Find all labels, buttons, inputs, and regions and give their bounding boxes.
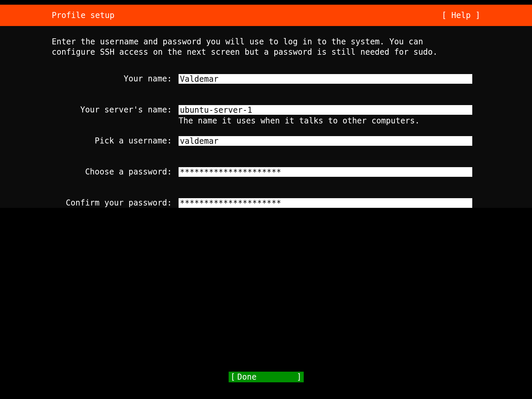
password-input[interactable] xyxy=(179,167,472,177)
description-text: Enter the username and password you will… xyxy=(52,37,466,57)
label-username: Pick a username: xyxy=(52,136,179,145)
name-input[interactable] xyxy=(179,74,472,84)
main-content: Enter the username and password you will… xyxy=(0,26,532,208)
header-bar: Profile setup [ Help ] xyxy=(0,5,532,26)
label-server-name: Your server's name: xyxy=(52,105,179,114)
done-label: Done xyxy=(235,372,297,382)
done-bracket-open: [ xyxy=(229,372,235,382)
done-bracket-close: ] xyxy=(297,372,303,382)
form-row-name: Your name: xyxy=(52,74,480,84)
footer: [ Done ] xyxy=(0,372,532,382)
username-input[interactable] xyxy=(179,136,472,146)
server-name-hint: The name it uses when it talks to other … xyxy=(179,116,472,125)
done-button[interactable]: [ Done ] xyxy=(229,372,304,382)
form-row-username: Pick a username: xyxy=(52,136,480,146)
form-row-server-name: Your server's name: The name it uses whe… xyxy=(52,105,480,125)
confirm-password-input[interactable] xyxy=(179,198,472,208)
page-title: Profile setup xyxy=(52,11,114,20)
form-row-password: Choose a password: xyxy=(52,167,480,177)
label-password: Choose a password: xyxy=(52,167,179,176)
form-row-confirm-password: Confirm your password: xyxy=(52,198,480,208)
label-confirm-password: Confirm your password: xyxy=(52,198,179,208)
label-name: Your name: xyxy=(52,74,179,83)
server-name-input[interactable] xyxy=(179,105,472,115)
help-button[interactable]: [ Help ] xyxy=(442,11,480,20)
top-black-bar xyxy=(0,0,532,5)
